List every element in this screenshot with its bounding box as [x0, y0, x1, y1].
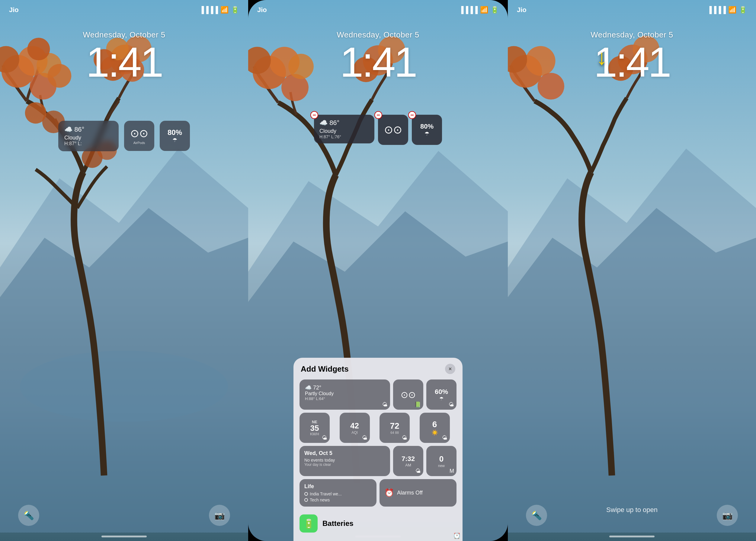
- battery-icon: 🔋: [231, 6, 239, 14]
- remove-airpods-btn[interactable]: −: [375, 111, 382, 119]
- weather-widget-left[interactable]: ☁️ 86° Cloudy H:87° L:: [58, 121, 119, 151]
- widgets-row-left: ☁️ 86° Cloudy H:87° L: ⊙⊙ AirPods 80% ☂: [0, 121, 248, 151]
- status-icons-left: ▐▐▐▐ 📶 🔋: [199, 6, 239, 14]
- edit-widgets-overlay: − ☁️ 86° Cloudy H:87° L:76° − ⊙⊙ −: [294, 115, 462, 151]
- mail-widget-sheet[interactable]: 0 new M: [426, 446, 456, 476]
- airpods-widget-sheet[interactable]: ⊙⊙ 📗: [393, 379, 423, 410]
- sheet-header: Add Widgets ×: [300, 364, 456, 374]
- mail-badge: M: [449, 468, 454, 474]
- time-middle: 1:41: [248, 41, 508, 83]
- life-widget-sheet[interactable]: Life India Travel we... Tech news 📋: [300, 479, 377, 507]
- remove-weather-btn[interactable]: −: [311, 111, 318, 119]
- weather-widget-sheet[interactable]: ☁️ 72° Partly Cloudy H:88° L:64° 🌤: [300, 379, 390, 410]
- battery-edit-widget: 80% ☂: [412, 115, 442, 145]
- alarms-badge: 🕐: [453, 533, 460, 539]
- home-indicator-right: [609, 536, 655, 537]
- swipe-up-label: Swipe up to open: [508, 506, 756, 514]
- status-bar-right: Jio ▐▐▐▐ 📶 🔋: [508, 6, 756, 14]
- batteries-section[interactable]: 🔋 Batteries: [300, 511, 456, 535]
- battery-edit-item[interactable]: − 80% ☂: [412, 115, 442, 145]
- status-bar-middle: Jio ▐▐▐▐ 📶 🔋: [248, 6, 508, 14]
- torch-icon-left: 🔦: [24, 510, 34, 520]
- aqi-widget-sheet[interactable]: 42 AQI 🌤: [340, 413, 370, 443]
- datetime-left: Wednesday, October 5 1:41: [0, 30, 248, 83]
- uv-badge: 🌤: [442, 435, 447, 441]
- battery-icon-r: 🔋: [739, 6, 747, 14]
- status-bar-left: Jio ▐▐▐▐ 📶 🔋: [0, 6, 248, 14]
- status-icons-middle: ▐▐▐▐ 📶 🔋: [459, 6, 499, 14]
- wifi-icon: 📶: [220, 6, 229, 14]
- yellow-arrow: ↓: [597, 45, 607, 69]
- widget-row-3: Wed, Oct 5 No events today Your day is c…: [300, 446, 456, 476]
- temp2-badge: 🌤: [402, 435, 407, 441]
- left-panel: Jio ▐▐▐▐ 📶 🔋 Wednesday, October 5 1:41 ☁…: [0, 0, 248, 541]
- right-panel: Jio ▐▐▐▐ 📶 🔋 ↓ Wednesday, October 5 1:41…: [508, 0, 756, 541]
- temp2-widget-sheet[interactable]: 72 64 88 🌤: [379, 413, 410, 443]
- alarm-icon-sheet: ⏰: [384, 488, 394, 498]
- airpods-widget-left[interactable]: ⊙⊙ AirPods: [124, 121, 154, 151]
- battery-badge: 🌤: [449, 401, 454, 408]
- bottom-bar-left: 🔦 📷: [0, 505, 248, 526]
- signal-icon-m: ▐▐▐▐: [459, 6, 478, 14]
- signal-icon-r: ▐▐▐▐: [707, 6, 726, 14]
- calendar-widget-sheet[interactable]: Wed, Oct 5 No events today Your day is c…: [300, 446, 390, 476]
- weather-cond-left: Cloudy: [64, 135, 113, 141]
- battery-icon-m: 🔋: [490, 6, 499, 14]
- alarm-badge: 🌤: [415, 468, 421, 474]
- airpods-edit-item[interactable]: − ⊙⊙: [378, 115, 408, 145]
- carrier-right: Jio: [517, 6, 526, 14]
- alarm-widget-sheet[interactable]: 7:32 AM 🌤: [393, 446, 423, 476]
- widget-row-1: ☁️ 72° Partly Cloudy H:88° L:64° 🌤 ⊙⊙ 📗 …: [300, 379, 456, 410]
- home-indicator-left: [101, 536, 147, 537]
- weather-hilo-left: H:87° L:: [64, 141, 113, 147]
- alarms-widget-sheet[interactable]: ⏰ Alarms Off 🕐: [379, 479, 456, 507]
- weather-temp-left: 86°: [74, 126, 84, 133]
- battery-widget-sheet[interactable]: 60% ☂ 🌤: [426, 379, 456, 410]
- carrier-left: Jio: [9, 6, 19, 14]
- wind-badge: 🌤: [322, 435, 327, 441]
- batteries-label: Batteries: [323, 519, 354, 528]
- battery-widget-left[interactable]: 80% ☂: [160, 121, 190, 151]
- aqi-badge: 🌤: [362, 435, 368, 441]
- remove-battery-btn[interactable]: −: [408, 111, 416, 119]
- torch-btn-left[interactable]: 🔦: [18, 505, 39, 526]
- weather-badge: 🌤: [382, 401, 387, 408]
- sheet-title: Add Widgets: [301, 364, 349, 374]
- camera-btn-left[interactable]: 📷: [209, 505, 230, 526]
- wind-widget-sheet[interactable]: NE 35 KM/H 🌤: [300, 413, 330, 443]
- carrier-middle: Jio: [257, 6, 267, 14]
- datetime-right: Wednesday, October 5 1:41: [508, 30, 756, 83]
- datetime-middle: Wednesday, October 5 1:41: [248, 30, 508, 83]
- wifi-icon-m: 📶: [480, 6, 488, 14]
- batteries-icon: 🔋: [300, 514, 318, 533]
- widget-edit-row: − ☁️ 86° Cloudy H:87° L:76° − ⊙⊙ −: [294, 115, 462, 145]
- sheet-close-btn[interactable]: ×: [445, 364, 455, 374]
- wifi-icon-r: 📶: [728, 6, 736, 14]
- camera-icon-left: 📷: [214, 510, 225, 520]
- weather-edit-widget: ☁️ 86° Cloudy H:87° L:76°: [314, 115, 375, 143]
- add-widgets-sheet: Add Widgets × ☁️ 72° Partly Cloudy H:88°…: [294, 358, 462, 541]
- widget-row-4: Life India Travel we... Tech news 📋 ⏰ Al…: [300, 479, 456, 507]
- widget-row-2: NE 35 KM/H 🌤 42 AQI 🌤 72 64 88 🌤 6 ☀️ 🌤: [300, 413, 456, 443]
- time-left: 1:41: [0, 41, 248, 83]
- airpods-edit-widget: ⊙⊙: [378, 115, 408, 145]
- status-icons-right: ▐▐▐▐ 📶 🔋: [707, 6, 747, 14]
- signal-icon: ▐▐▐▐: [199, 6, 218, 14]
- life-dot-1: [304, 492, 308, 496]
- life-dot-2: [304, 498, 308, 502]
- middle-panel: Jio ▐▐▐▐ 📶 🔋 Wednesday, October 5 1:41 −…: [248, 0, 508, 541]
- battery-pct-left: 80%: [168, 128, 182, 137]
- time-right: 1:41: [508, 41, 756, 83]
- weather-edit-item[interactable]: − ☁️ 86° Cloudy H:87° L:76°: [314, 115, 375, 145]
- airpods-badge: 📗: [414, 401, 421, 408]
- uv-widget-sheet[interactable]: 6 ☀️ 🌤: [420, 413, 450, 443]
